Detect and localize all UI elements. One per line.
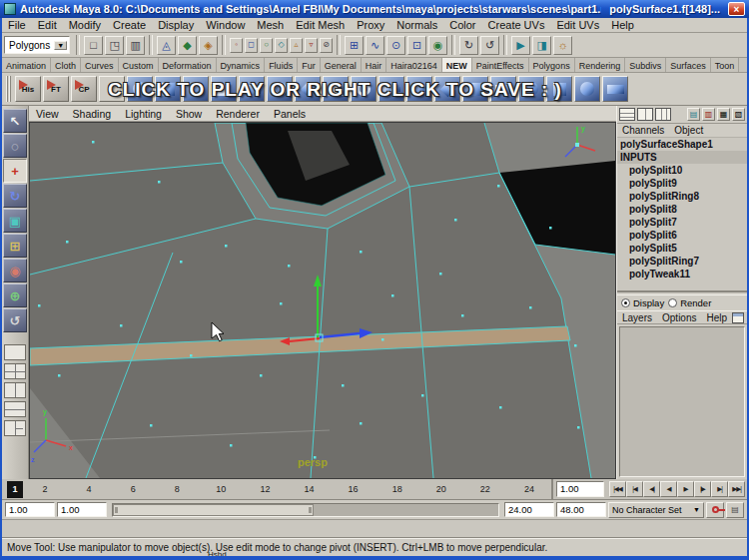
menu-edit-uvs[interactable]: Edit UVs	[550, 19, 605, 31]
play-backwards-button[interactable]: ◀	[660, 481, 677, 497]
panel-menu-renderer[interactable]: Renderer	[209, 108, 267, 120]
channel-node-name[interactable]: polySurfaceShape1	[617, 138, 747, 151]
mask-dynamics-icon[interactable]: ▿	[305, 38, 318, 53]
layout-three-pane-button[interactable]	[4, 420, 26, 436]
time-slider-track[interactable]: 2 4 6 8 10 12 14 16 18 20 22 24	[23, 479, 553, 499]
make-live-icon[interactable]: ◉	[428, 36, 447, 55]
channels-menu[interactable]: Channels	[617, 125, 669, 136]
shelf-tab-dynamics[interactable]: Dynamics	[217, 58, 266, 72]
channel-layout-columns-button[interactable]	[655, 108, 671, 121]
render-current-frame-icon[interactable]: ▶	[511, 36, 530, 55]
panel-menu-view[interactable]: View	[29, 108, 66, 120]
snap-to-grid-icon[interactable]: ⊞	[345, 36, 364, 55]
menu-proxy[interactable]: Proxy	[351, 19, 390, 31]
channel-input-item[interactable]: polySplitRing8	[617, 190, 747, 203]
layer-help-menu[interactable]: Help	[701, 312, 732, 323]
channel-input-item[interactable]: polySplit9	[617, 177, 747, 190]
render-settings-icon[interactable]: ☼	[553, 36, 572, 55]
construction-history-icon[interactable]: ↻	[459, 36, 478, 55]
channel-layout-single-button[interactable]	[619, 108, 635, 121]
channel-input-item[interactable]: polySplit6	[617, 229, 747, 242]
show-tool-settings-button[interactable]: ▥	[702, 108, 715, 121]
shelf-tab-general[interactable]: General	[321, 58, 362, 72]
object-menu[interactable]: Object	[669, 125, 708, 136]
save-scene-icon[interactable]: ▥	[126, 36, 145, 55]
snap-to-view-plane-icon[interactable]: ⊡	[407, 36, 426, 55]
menu-window[interactable]: Window	[200, 19, 251, 31]
shelf-tab-curves[interactable]: Curves	[81, 58, 119, 72]
menu-edit-mesh[interactable]: Edit Mesh	[290, 19, 351, 31]
panel-menu-shading[interactable]: Shading	[66, 108, 119, 120]
shelf-tab-new[interactable]: NEW	[442, 58, 472, 72]
show-manipulator-tool-button[interactable]: ⊕	[3, 283, 27, 307]
shelf-tab-toon[interactable]: Toon	[711, 58, 740, 72]
rotate-tool-button[interactable]: ↻	[3, 184, 27, 208]
shelf-tab-hair[interactable]: Hair	[362, 58, 387, 72]
shelf-tab-subdivs[interactable]: Subdivs	[625, 58, 666, 72]
menu-display[interactable]: Display	[152, 19, 200, 31]
universal-manipulator-tool-button[interactable]: ⊞	[3, 234, 27, 258]
animation-start-field[interactable]: 1.00	[5, 502, 55, 517]
close-button[interactable]: ×	[728, 2, 745, 16]
current-time-field[interactable]: 1.00	[556, 481, 604, 497]
go-to-start-button[interactable]: |◀◀	[609, 481, 626, 497]
menu-file[interactable]: File	[2, 19, 32, 31]
step-back-frame-button[interactable]: |◀	[626, 481, 643, 497]
character-set-dropdown[interactable]: No Character Set ▼	[608, 502, 704, 518]
display-radio[interactable]: Display	[621, 297, 664, 308]
channel-input-item[interactable]: polySplit7	[617, 216, 747, 229]
panel-menu-panels[interactable]: Panels	[267, 108, 313, 120]
shelf-tab-haira02164[interactable]: Haira02164	[386, 58, 442, 72]
step-forward-key-button[interactable]: |▶	[694, 481, 711, 497]
new-scene-icon[interactable]: □	[84, 36, 103, 55]
snap-to-curve-icon[interactable]: ∿	[366, 36, 384, 55]
step-back-key-button[interactable]: ◀|	[643, 481, 660, 497]
shelf-tab-fluids[interactable]: Fluids	[265, 58, 298, 72]
show-attribute-editor-button[interactable]: ▤	[687, 108, 700, 121]
panel-menu-show[interactable]: Show	[169, 108, 209, 120]
shelf-tab-animation[interactable]: Animation	[2, 58, 51, 72]
menu-modify[interactable]: Modify	[63, 19, 107, 31]
shelf-tab-surfaces[interactable]: Surfaces	[666, 58, 711, 72]
channel-input-item[interactable]: polySplit5	[617, 242, 747, 255]
create-empty-layer-button[interactable]	[732, 312, 744, 323]
shelf-tab-deformation[interactable]: Deformation	[159, 58, 217, 72]
channel-input-item[interactable]: polyTweak11	[617, 268, 747, 280]
auto-keyframe-button[interactable]	[706, 502, 724, 518]
menu-mesh[interactable]: Mesh	[251, 19, 290, 31]
shelf-tab-rendering[interactable]: Rendering	[575, 58, 626, 72]
panel-menu-lighting[interactable]: Lighting	[118, 108, 169, 120]
layers-menu[interactable]: Layers	[617, 312, 657, 323]
render-radio[interactable]: Render	[668, 297, 711, 308]
shelf-tab-fur[interactable]: Fur	[298, 58, 321, 72]
channel-input-item[interactable]: polySplit10	[617, 164, 747, 177]
mask-deformations-icon[interactable]: ▵	[290, 38, 303, 53]
menu-create-uvs[interactable]: Create UVs	[482, 19, 551, 31]
snap-to-point-icon[interactable]: ⊙	[386, 36, 405, 55]
layout-two-pane-stacked-button[interactable]	[4, 401, 26, 417]
play-forwards-button[interactable]: ▶	[677, 481, 694, 497]
channel-layout-split-button[interactable]	[637, 108, 653, 121]
command-line-area[interactable]	[2, 520, 747, 538]
shelf-cp-button[interactable]: CP	[71, 76, 97, 102]
shelf-tab-polygons[interactable]: Polygons	[529, 58, 575, 72]
select-by-object-icon[interactable]: ◆	[178, 36, 197, 55]
channel-inputs-header[interactable]: INPUTS	[617, 151, 747, 164]
playback-start-field[interactable]: 1.00	[57, 502, 107, 517]
shelf-his-button[interactable]: His	[15, 76, 41, 102]
menu-set-selector[interactable]: Polygons ▼	[4, 36, 70, 54]
menu-create[interactable]: Create	[107, 19, 152, 31]
menu-color[interactable]: Color	[443, 19, 481, 31]
show-channel-box-button[interactable]: ▦	[717, 108, 730, 121]
channel-input-item[interactable]: polySplitRing7	[617, 255, 747, 268]
mask-handles-icon[interactable]: ◦	[230, 38, 243, 53]
menu-help[interactable]: Help	[605, 19, 640, 31]
list-input-operations-icon[interactable]: ↺	[480, 36, 499, 55]
soft-modification-tool-button[interactable]: ◉	[3, 259, 27, 282]
channel-input-item[interactable]: polySplit8	[617, 203, 747, 216]
lock-selection-icon[interactable]: ⊘	[320, 38, 333, 53]
playback-end-field[interactable]: 24.00	[504, 502, 554, 517]
scale-tool-button[interactable]: ▣	[3, 209, 27, 233]
go-to-end-button[interactable]: ▶▶|	[728, 481, 745, 497]
viewport-canvas[interactable]: y x z y persp	[29, 122, 616, 479]
